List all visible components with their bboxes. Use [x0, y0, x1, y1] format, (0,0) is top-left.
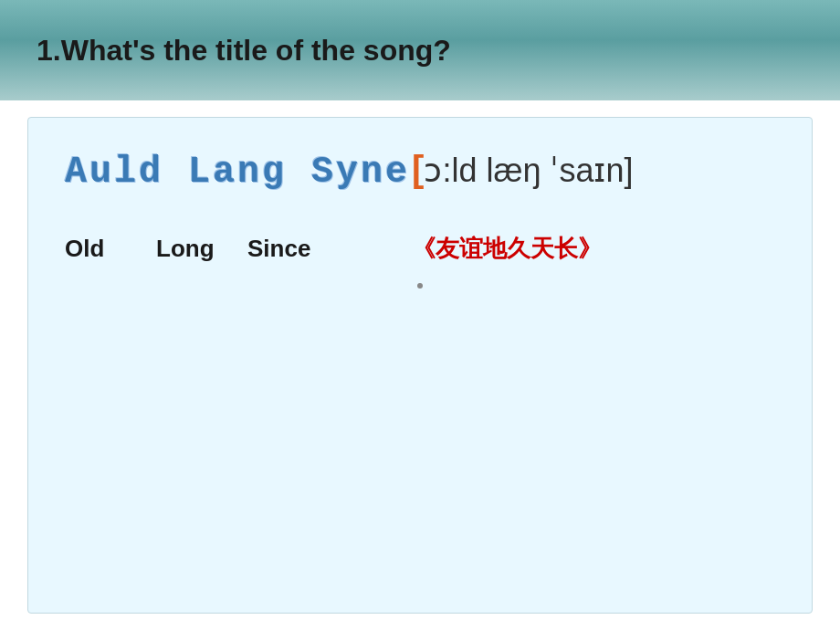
dot-indicator: [417, 283, 423, 289]
bracket-open: [: [412, 145, 424, 193]
content-section: Auld Lang Syne [ ɔ:ld læŋ ˈsaɪn] Old Lon…: [27, 117, 813, 614]
header-section: 1.What's the title of the song?: [0, 0, 840, 100]
song-title-line: Auld Lang Syne [ ɔ:ld læŋ ˈsaɪn]: [65, 145, 775, 196]
song-name-styled: Auld Lang Syne: [65, 149, 410, 196]
words-line: Old Long Since 《友谊地久天长》: [65, 233, 775, 265]
chinese-title: 《友谊地久天长》: [412, 233, 602, 265]
slide-container: 1.What's the title of the song? Auld Lan…: [0, 0, 840, 630]
question-title: 1.What's the title of the song?: [37, 34, 451, 68]
word-since: Since: [247, 235, 339, 263]
word-old: Old: [65, 235, 156, 263]
phonetic-text: ɔ:ld læŋ ˈsaɪn]: [424, 150, 633, 193]
word-long: Long: [156, 235, 247, 263]
